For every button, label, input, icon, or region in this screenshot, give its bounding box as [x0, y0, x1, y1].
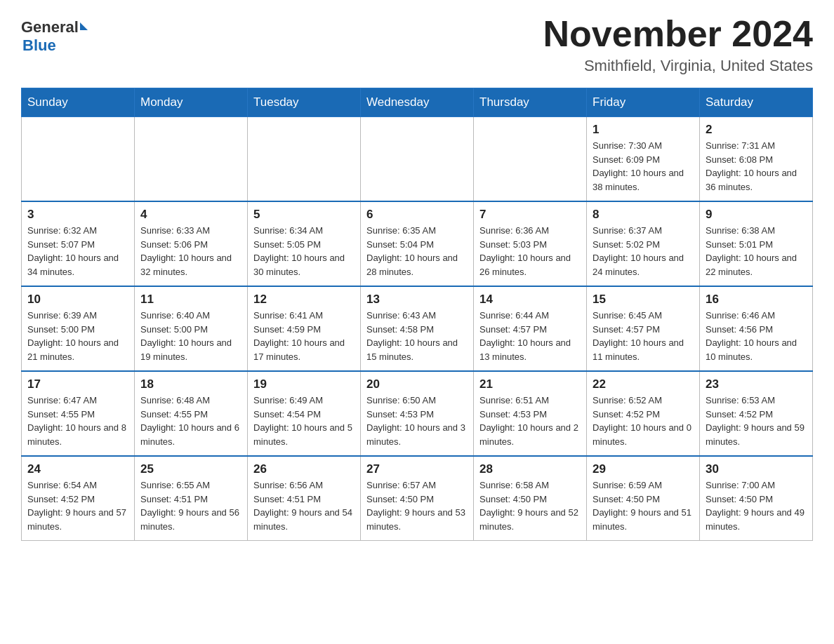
page-header: General Blue November 2024 Smithfield, V…: [21, 14, 813, 75]
weekday-header-sunday: Sunday: [22, 88, 135, 117]
calendar-week-row: 3Sunrise: 6:32 AM Sunset: 5:07 PM Daylig…: [22, 201, 813, 286]
day-info: Sunrise: 6:46 AM Sunset: 4:56 PM Dayligh…: [706, 309, 807, 363]
month-title: November 2024: [543, 14, 813, 54]
calendar-cell: 13Sunrise: 6:43 AM Sunset: 4:58 PM Dayli…: [361, 286, 474, 371]
calendar-cell: 8Sunrise: 6:37 AM Sunset: 5:02 PM Daylig…: [587, 201, 700, 286]
day-number: 4: [140, 208, 241, 222]
day-number: 14: [479, 293, 581, 307]
day-info: Sunrise: 6:54 AM Sunset: 4:52 PM Dayligh…: [27, 478, 128, 533]
day-number: 18: [140, 377, 241, 391]
calendar-cell: 7Sunrise: 6:36 AM Sunset: 5:03 PM Daylig…: [474, 201, 587, 286]
day-info: Sunrise: 6:57 AM Sunset: 4:50 PM Dayligh…: [366, 478, 468, 533]
calendar-cell: 26Sunrise: 6:56 AM Sunset: 4:51 PM Dayli…: [248, 456, 361, 541]
day-info: Sunrise: 6:32 AM Sunset: 5:07 PM Dayligh…: [27, 224, 128, 279]
day-number: 22: [593, 377, 694, 391]
day-number: 12: [253, 293, 355, 307]
calendar-cell: 3Sunrise: 6:32 AM Sunset: 5:07 PM Daylig…: [22, 201, 135, 286]
calendar-table: SundayMondayTuesdayWednesdayThursdayFrid…: [21, 88, 813, 541]
day-info: Sunrise: 6:58 AM Sunset: 4:50 PM Dayligh…: [479, 478, 581, 533]
day-number: 21: [479, 377, 581, 391]
day-number: 6: [366, 208, 468, 222]
calendar-cell: 10Sunrise: 6:39 AM Sunset: 5:00 PM Dayli…: [22, 286, 135, 371]
day-number: 23: [706, 377, 807, 391]
day-info: Sunrise: 6:39 AM Sunset: 5:00 PM Dayligh…: [27, 309, 128, 363]
day-number: 2: [706, 123, 807, 137]
day-info: Sunrise: 6:49 AM Sunset: 4:54 PM Dayligh…: [253, 394, 355, 448]
day-number: 3: [27, 208, 128, 222]
title-area: November 2024 Smithfield, Virginia, Unit…: [543, 14, 813, 75]
calendar-week-row: 10Sunrise: 6:39 AM Sunset: 5:00 PM Dayli…: [22, 286, 813, 371]
calendar-cell: 27Sunrise: 6:57 AM Sunset: 4:50 PM Dayli…: [361, 456, 474, 541]
day-info: Sunrise: 6:43 AM Sunset: 4:58 PM Dayligh…: [366, 309, 468, 363]
weekday-header-wednesday: Wednesday: [361, 88, 474, 117]
day-number: 17: [27, 377, 128, 391]
weekday-header-row: SundayMondayTuesdayWednesdayThursdayFrid…: [22, 88, 813, 117]
weekday-header-saturday: Saturday: [700, 88, 813, 117]
calendar-cell: 21Sunrise: 6:51 AM Sunset: 4:53 PM Dayli…: [474, 371, 587, 456]
day-number: 15: [593, 293, 694, 307]
calendar-cell: 15Sunrise: 6:45 AM Sunset: 4:57 PM Dayli…: [587, 286, 700, 371]
day-info: Sunrise: 6:59 AM Sunset: 4:50 PM Dayligh…: [593, 478, 694, 533]
day-number: 26: [253, 462, 355, 476]
weekday-header-tuesday: Tuesday: [248, 88, 361, 117]
calendar-cell: [474, 117, 587, 202]
calendar-week-row: 17Sunrise: 6:47 AM Sunset: 4:55 PM Dayli…: [22, 371, 813, 456]
calendar-cell: 25Sunrise: 6:55 AM Sunset: 4:51 PM Dayli…: [135, 456, 248, 541]
day-info: Sunrise: 6:47 AM Sunset: 4:55 PM Dayligh…: [27, 394, 128, 448]
day-number: 5: [253, 208, 355, 222]
calendar-cell: 23Sunrise: 6:53 AM Sunset: 4:52 PM Dayli…: [700, 371, 813, 456]
calendar-cell: 4Sunrise: 6:33 AM Sunset: 5:06 PM Daylig…: [135, 201, 248, 286]
day-number: 29: [593, 462, 694, 476]
day-info: Sunrise: 7:30 AM Sunset: 6:09 PM Dayligh…: [593, 139, 694, 194]
day-number: 9: [706, 208, 807, 222]
day-info: Sunrise: 6:55 AM Sunset: 4:51 PM Dayligh…: [140, 478, 241, 533]
day-info: Sunrise: 6:36 AM Sunset: 5:03 PM Dayligh…: [479, 224, 581, 279]
calendar-cell: 29Sunrise: 6:59 AM Sunset: 4:50 PM Dayli…: [587, 456, 700, 541]
calendar-cell: [361, 117, 474, 202]
logo-blue: Blue: [22, 36, 56, 54]
day-info: Sunrise: 6:40 AM Sunset: 5:00 PM Dayligh…: [140, 309, 241, 363]
day-number: 25: [140, 462, 241, 476]
calendar-week-row: 24Sunrise: 6:54 AM Sunset: 4:52 PM Dayli…: [22, 456, 813, 541]
calendar-week-row: 1Sunrise: 7:30 AM Sunset: 6:09 PM Daylig…: [22, 117, 813, 202]
day-info: Sunrise: 6:45 AM Sunset: 4:57 PM Dayligh…: [593, 309, 694, 363]
weekday-header-monday: Monday: [135, 88, 248, 117]
day-number: 10: [27, 293, 128, 307]
day-info: Sunrise: 7:31 AM Sunset: 6:08 PM Dayligh…: [706, 139, 807, 194]
weekday-header-thursday: Thursday: [474, 88, 587, 117]
calendar-cell: 5Sunrise: 6:34 AM Sunset: 5:05 PM Daylig…: [248, 201, 361, 286]
day-info: Sunrise: 6:33 AM Sunset: 5:06 PM Dayligh…: [140, 224, 241, 279]
day-info: Sunrise: 6:35 AM Sunset: 5:04 PM Dayligh…: [366, 224, 468, 279]
calendar-cell: 19Sunrise: 6:49 AM Sunset: 4:54 PM Dayli…: [248, 371, 361, 456]
day-info: Sunrise: 6:44 AM Sunset: 4:57 PM Dayligh…: [479, 309, 581, 363]
day-number: 20: [366, 377, 468, 391]
day-number: 7: [479, 208, 581, 222]
day-info: Sunrise: 6:52 AM Sunset: 4:52 PM Dayligh…: [593, 394, 694, 448]
day-number: 11: [140, 293, 241, 307]
calendar-cell: 24Sunrise: 6:54 AM Sunset: 4:52 PM Dayli…: [22, 456, 135, 541]
calendar-cell: 28Sunrise: 6:58 AM Sunset: 4:50 PM Dayli…: [474, 456, 587, 541]
day-info: Sunrise: 6:41 AM Sunset: 4:59 PM Dayligh…: [253, 309, 355, 363]
calendar-cell: 12Sunrise: 6:41 AM Sunset: 4:59 PM Dayli…: [248, 286, 361, 371]
calendar-cell: 16Sunrise: 6:46 AM Sunset: 4:56 PM Dayli…: [700, 286, 813, 371]
day-info: Sunrise: 6:37 AM Sunset: 5:02 PM Dayligh…: [593, 224, 694, 279]
day-number: 16: [706, 293, 807, 307]
day-info: Sunrise: 6:51 AM Sunset: 4:53 PM Dayligh…: [479, 394, 581, 448]
calendar-cell: 30Sunrise: 7:00 AM Sunset: 4:50 PM Dayli…: [700, 456, 813, 541]
day-number: 8: [593, 208, 694, 222]
calendar-cell: 11Sunrise: 6:40 AM Sunset: 5:00 PM Dayli…: [135, 286, 248, 371]
day-number: 1: [593, 123, 694, 137]
calendar-cell: 9Sunrise: 6:38 AM Sunset: 5:01 PM Daylig…: [700, 201, 813, 286]
calendar-cell: [135, 117, 248, 202]
calendar-cell: 18Sunrise: 6:48 AM Sunset: 4:55 PM Dayli…: [135, 371, 248, 456]
day-number: 24: [27, 462, 128, 476]
calendar-cell: 17Sunrise: 6:47 AM Sunset: 4:55 PM Dayli…: [22, 371, 135, 456]
day-number: 27: [366, 462, 468, 476]
day-info: Sunrise: 6:56 AM Sunset: 4:51 PM Dayligh…: [253, 478, 355, 533]
calendar-cell: [248, 117, 361, 202]
day-info: Sunrise: 6:38 AM Sunset: 5:01 PM Dayligh…: [706, 224, 807, 279]
logo-general: General: [21, 18, 79, 36]
day-number: 28: [479, 462, 581, 476]
day-info: Sunrise: 6:53 AM Sunset: 4:52 PM Dayligh…: [706, 394, 807, 448]
calendar-cell: 14Sunrise: 6:44 AM Sunset: 4:57 PM Dayli…: [474, 286, 587, 371]
